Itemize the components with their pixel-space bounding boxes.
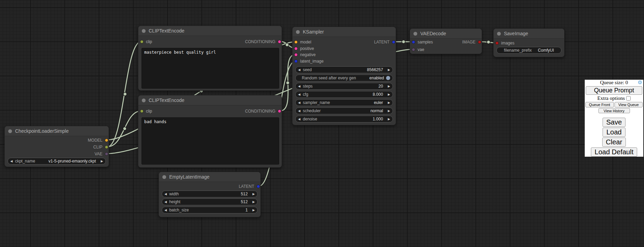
- node-header[interactable]: CheckpointLoaderSimple: [5, 126, 109, 136]
- input-port-clip[interactable]: [140, 109, 144, 113]
- height-number-widget[interactable]: ◀ height 512 ▶: [162, 198, 258, 205]
- increment-arrow-icon[interactable]: ▶: [388, 93, 390, 96]
- settings-gear-icon[interactable]: ⚙: [638, 80, 642, 85]
- node-title: CLIPTextEncode: [149, 28, 184, 34]
- decrement-arrow-icon[interactable]: ◀: [298, 118, 300, 121]
- widget-label: sampler_name: [303, 100, 330, 105]
- node-vae-decode[interactable]: VAEDecode samples vae IMAGE: [410, 28, 482, 54]
- widget-label: filename_prefix: [504, 48, 532, 53]
- denoise-number-widget[interactable]: ◀ denoise 1.000 ▶: [295, 116, 393, 122]
- output-port-latent[interactable]: [257, 185, 260, 188]
- increment-arrow-icon[interactable]: ▶: [101, 160, 103, 163]
- node-status-dot-icon: [162, 175, 166, 179]
- scheduler-combo[interactable]: ◀ scheduler normal ▶: [295, 107, 393, 114]
- seed-number-widget[interactable]: ◀ seed 8566257 ▶: [295, 66, 393, 73]
- width-number-widget[interactable]: ◀ width 512 ▶: [162, 191, 258, 197]
- view-queue-button[interactable]: View Queue: [615, 102, 643, 107]
- output-port-vae[interactable]: [105, 152, 108, 156]
- load-default-button[interactable]: Load Default: [591, 147, 637, 157]
- decrement-arrow-icon[interactable]: ◀: [298, 93, 300, 96]
- load-button[interactable]: Load: [603, 128, 626, 137]
- node-ksampler[interactable]: KSampler model positive negative latent_…: [292, 27, 396, 125]
- input-port-positive[interactable]: [294, 47, 298, 50]
- queue-front-button[interactable]: Queue Front: [585, 102, 614, 107]
- output-port-clip[interactable]: [105, 145, 108, 149]
- output-port-image[interactable]: [478, 40, 481, 44]
- input-port-model[interactable]: [294, 40, 298, 44]
- increment-arrow-icon[interactable]: ▶: [388, 118, 390, 121]
- widget-value: enabled: [369, 76, 384, 80]
- increment-arrow-icon[interactable]: ▶: [388, 68, 390, 72]
- node-empty-latent-image[interactable]: EmptyLatentImage LATENT ◀ width 512 ▶ ◀ …: [159, 172, 261, 217]
- queue-prompt-button[interactable]: Queue Prompt: [586, 86, 642, 95]
- node-header[interactable]: EmptyLatentImage: [159, 172, 260, 182]
- input-port-clip[interactable]: [140, 40, 144, 43]
- decrement-arrow-icon[interactable]: ◀: [10, 160, 13, 163]
- node-header[interactable]: CLIPTextEncode: [138, 26, 282, 36]
- extra-options-checkbox[interactable]: [626, 96, 631, 101]
- positive-prompt-textarea[interactable]: masterpiece best quality girl: [141, 48, 279, 89]
- decrement-arrow-icon[interactable]: ◀: [298, 85, 300, 88]
- decrement-arrow-icon[interactable]: ◀: [298, 101, 300, 104]
- batch-size-number-widget[interactable]: ◀ batch_size 1 ▶: [162, 207, 258, 213]
- input-port-samples[interactable]: [412, 40, 415, 44]
- widget-label: width: [169, 192, 179, 196]
- increment-arrow-icon[interactable]: ▶: [252, 209, 255, 212]
- increment-arrow-icon[interactable]: ▶: [252, 193, 255, 196]
- input-label-vae: vae: [418, 47, 424, 52]
- random-seed-toggle-widget[interactable]: Random seed after every gen enabled: [295, 75, 393, 81]
- widget-label: scheduler: [303, 108, 321, 113]
- input-label-clip: clip: [146, 109, 152, 114]
- node-header[interactable]: SaveImage: [494, 29, 564, 39]
- input-port-negative[interactable]: [294, 53, 298, 56]
- node-graph-canvas[interactable]: { "colors": { "link": "#b9c8b0", "model_…: [0, 0, 644, 247]
- toggle-on-icon[interactable]: [386, 76, 390, 80]
- decrement-arrow-icon[interactable]: ◀: [164, 200, 167, 204]
- node-header[interactable]: VAEDecode: [410, 29, 482, 39]
- increment-arrow-icon[interactable]: ▶: [252, 200, 255, 204]
- decrement-arrow-icon[interactable]: ◀: [298, 109, 300, 113]
- ckpt-name-combo[interactable]: ◀ ckpt_name v1-5-pruned-emaonly.ckpt ▶: [8, 158, 106, 165]
- node-clip-text-encode-negative[interactable]: CLIPTextEncode clip CONDITIONING bad han…: [138, 95, 282, 168]
- node-status-dot-icon: [413, 32, 417, 36]
- input-port-images[interactable]: [495, 41, 499, 45]
- steps-number-widget[interactable]: ◀ steps 20 ▶: [295, 83, 393, 90]
- input-port-vae[interactable]: [412, 48, 415, 51]
- increment-arrow-icon[interactable]: ▶: [388, 101, 390, 104]
- output-label-latent: LATENT: [239, 184, 254, 189]
- output-port-latent[interactable]: [392, 40, 395, 44]
- filename-prefix-widget[interactable]: filename_prefix ComfyUI: [496, 47, 561, 54]
- output-label-vae: VAE: [95, 152, 102, 156]
- view-history-button[interactable]: View History: [598, 108, 630, 113]
- node-clip-text-encode-positive[interactable]: CLIPTextEncode clip CONDITIONING masterp…: [138, 26, 282, 91]
- node-status-dot-icon: [296, 30, 300, 34]
- queue-size-label: Queue size: 0: [600, 80, 628, 86]
- output-port-model[interactable]: [105, 139, 108, 142]
- node-title: CheckpointLoaderSimple: [15, 128, 69, 134]
- widget-label: seed: [303, 67, 312, 72]
- clear-button[interactable]: Clear: [602, 138, 626, 147]
- negative-prompt-textarea[interactable]: bad hands: [141, 117, 279, 165]
- sampler-name-combo[interactable]: ◀ sampler_name euler ▶: [295, 99, 393, 106]
- output-port-conditioning[interactable]: [278, 109, 281, 113]
- increment-arrow-icon[interactable]: ▶: [388, 85, 390, 88]
- input-port-latent-image[interactable]: [294, 60, 298, 63]
- output-port-conditioning[interactable]: [278, 40, 281, 43]
- decrement-arrow-icon[interactable]: ◀: [298, 68, 300, 72]
- decrement-arrow-icon[interactable]: ◀: [164, 209, 167, 212]
- increment-arrow-icon[interactable]: ▶: [388, 109, 390, 113]
- save-button[interactable]: Save: [603, 118, 626, 127]
- cfg-number-widget[interactable]: ◀ cfg 8.000 ▶: [295, 91, 393, 98]
- node-checkpoint-loader[interactable]: CheckpointLoaderSimple MODEL CLIP VAE ◀ …: [4, 126, 109, 167]
- widget-label: cfg: [303, 92, 308, 97]
- output-label-latent: LATENT: [374, 40, 389, 44]
- widget-label: height: [169, 199, 181, 204]
- node-save-image[interactable]: SaveImage images filename_prefix ComfyUI: [493, 28, 565, 57]
- node-header[interactable]: CLIPTextEncode: [138, 95, 282, 105]
- decrement-arrow-icon[interactable]: ◀: [164, 193, 167, 196]
- input-label-samples: samples: [418, 40, 433, 44]
- node-title: KSampler: [303, 29, 324, 35]
- node-header[interactable]: KSampler: [293, 27, 396, 37]
- input-label-images: images: [501, 41, 515, 46]
- output-label-conditioning: CONDITIONING: [245, 39, 275, 44]
